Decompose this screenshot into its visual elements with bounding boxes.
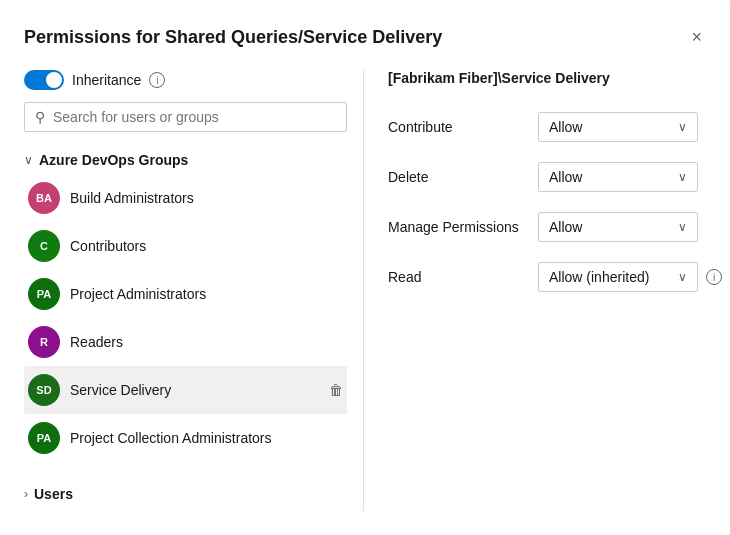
permission-value-delete: Allow xyxy=(549,169,582,185)
azure-devops-groups-header[interactable]: ∨ Azure DevOps Groups xyxy=(24,144,347,174)
group-item-readers[interactable]: R Readers xyxy=(24,318,347,366)
group-item-project-administrators[interactable]: PA Project Administrators xyxy=(24,270,347,318)
permission-select-delete[interactable]: Allow ∨ xyxy=(538,162,698,192)
group-item-name: Project Administrators xyxy=(70,286,343,302)
avatar-project-administrators: PA xyxy=(28,278,60,310)
read-info-icon[interactable]: i xyxy=(706,269,722,285)
group-item-build-administrators[interactable]: BA Build Administrators xyxy=(24,174,347,222)
avatar-readers: R xyxy=(28,326,60,358)
dropdown-chevron-read: ∨ xyxy=(678,270,687,284)
group-item-name: Build Administrators xyxy=(70,190,343,206)
group-item-name: Project Collection Administrators xyxy=(70,430,343,446)
permissions-dialog: Permissions for Shared Queries/Service D… xyxy=(0,0,730,535)
group-item-name: Readers xyxy=(70,334,343,350)
permission-row-delete: Delete Allow ∨ xyxy=(388,152,722,202)
group-item-service-delivery[interactable]: SD Service Delivery 🗑 xyxy=(24,366,347,414)
permission-row-read: Read Allow (inherited) ∨ i xyxy=(388,252,722,302)
search-box[interactable]: ⚲ xyxy=(24,102,347,132)
azure-devops-groups-section: ∨ Azure DevOps Groups BA Build Administr… xyxy=(24,144,347,462)
permission-value-manage-permissions: Allow xyxy=(549,219,582,235)
permission-label-delete: Delete xyxy=(388,169,538,185)
permission-row-read-controls: Allow (inherited) ∨ i xyxy=(538,262,722,292)
dropdown-chevron-contribute: ∨ xyxy=(678,120,687,134)
dialog-body: Inheritance i ⚲ ∨ Azure DevOps Groups BA xyxy=(24,70,706,511)
group-item-project-collection-administrators[interactable]: PA Project Collection Administrators xyxy=(24,414,347,462)
avatar-project-collection-administrators: PA xyxy=(28,422,60,454)
dropdown-chevron-delete: ∨ xyxy=(678,170,687,184)
permission-row-contribute: Contribute Allow ∨ xyxy=(388,102,722,152)
permission-row-manage-permissions: Manage Permissions Allow ∨ xyxy=(388,202,722,252)
permission-value-contribute: Allow xyxy=(549,119,582,135)
dialog-header: Permissions for Shared Queries/Service D… xyxy=(24,24,706,50)
permission-label-manage-permissions: Manage Permissions xyxy=(388,219,538,235)
right-panel: [Fabrikam Fiber]\Service Delivery Contri… xyxy=(364,70,722,511)
users-header[interactable]: › Users xyxy=(24,478,347,510)
group-item-name: Service Delivery xyxy=(70,382,319,398)
search-icon: ⚲ xyxy=(35,109,45,125)
inheritance-toggle[interactable] xyxy=(24,70,64,90)
users-chevron-icon: › xyxy=(24,487,28,501)
permission-label-contribute: Contribute xyxy=(388,119,538,135)
inheritance-row: Inheritance i xyxy=(24,70,347,90)
groups-chevron-icon: ∨ xyxy=(24,153,33,167)
group-item-name: Contributors xyxy=(70,238,343,254)
users-section: › Users xyxy=(24,478,347,510)
delete-group-icon[interactable]: 🗑 xyxy=(329,382,343,398)
dialog-title: Permissions for Shared Queries/Service D… xyxy=(24,27,442,48)
users-header-label: Users xyxy=(34,486,73,502)
inheritance-info-icon[interactable]: i xyxy=(149,72,165,88)
permission-label-read: Read xyxy=(388,269,538,285)
permission-select-manage-permissions[interactable]: Allow ∨ xyxy=(538,212,698,242)
permissions-context: [Fabrikam Fiber]\Service Delivery xyxy=(388,70,722,86)
groups-header-label: Azure DevOps Groups xyxy=(39,152,188,168)
inheritance-label: Inheritance xyxy=(72,72,141,88)
avatar-contributors: C xyxy=(28,230,60,262)
close-button[interactable]: × xyxy=(687,24,706,50)
avatar-service-delivery: SD xyxy=(28,374,60,406)
groups-list: BA Build Administrators C Contributors P… xyxy=(24,174,347,462)
permission-value-read: Allow (inherited) xyxy=(549,269,649,285)
permission-select-contribute[interactable]: Allow ∨ xyxy=(538,112,698,142)
left-panel: Inheritance i ⚲ ∨ Azure DevOps Groups BA xyxy=(24,70,364,511)
search-input[interactable] xyxy=(53,109,336,125)
permission-select-read[interactable]: Allow (inherited) ∨ xyxy=(538,262,698,292)
dropdown-chevron-manage-permissions: ∨ xyxy=(678,220,687,234)
group-item-contributors[interactable]: C Contributors xyxy=(24,222,347,270)
avatar-build-administrators: BA xyxy=(28,182,60,214)
